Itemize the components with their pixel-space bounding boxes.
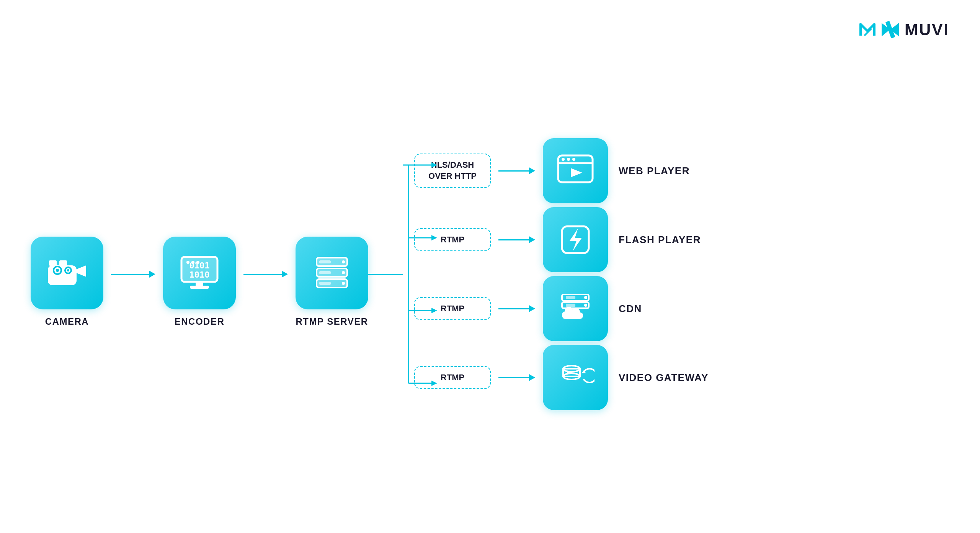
svg-rect-53 [566,296,575,299]
svg-rect-56 [566,304,575,307]
branch-connector [368,129,414,420]
arrow-camera-encoder [111,271,155,278]
encoder-box: 0101 1010 [163,237,236,309]
rtmp-server-node: RTMP SERVER [296,237,368,327]
camera-icon [46,256,88,290]
svg-rect-11 [59,260,67,266]
svg-rect-18 [190,286,209,289]
svg-point-20 [191,261,194,264]
web-player-box [543,138,608,203]
main-arrow-line [368,274,403,275]
svg-rect-10 [49,260,57,266]
encoder-node: 0101 1010 ENCODER [163,237,236,327]
branches-container: HLS/DASHOVER HTTP [414,136,709,412]
svg-marker-51 [570,228,582,251]
branch-row-2: RTMP FLASH PLAYER [414,205,709,274]
camera-node: CAMERA [31,237,103,327]
arrow-3 [498,305,535,312]
camera-box [31,237,103,309]
svg-point-6 [56,269,59,272]
arrow-encoder-rtmp [243,271,288,278]
branch-svg [403,129,414,420]
svg-marker-12 [77,265,86,277]
branch-row-4: RTMP VIDEO GATEWAY [414,343,709,412]
svg-point-19 [186,261,189,264]
encoder-label: ENCODER [175,316,225,327]
svg-point-46 [562,158,565,161]
flash-player-icon [558,222,593,257]
svg-text:1010: 1010 [189,270,210,280]
svg-point-54 [584,296,587,299]
logo: MUVI [857,19,949,40]
svg-marker-49 [571,168,582,177]
flash-player-label: FLASH PLAYER [619,234,701,246]
svg-rect-3 [48,265,77,285]
protocol-label-1: HLS/DASHOVER HTTP [428,160,477,181]
web-player-icon [556,154,595,188]
video-gateway-box [543,345,608,410]
flash-player-box [543,207,608,272]
rtmp-server-box [296,237,368,309]
arrow-2 [498,236,535,243]
arrow-4 [498,374,535,381]
rtmp-server-label: RTMP SERVER [296,316,368,327]
svg-rect-29 [319,271,331,274]
muvi-logo-icon [857,20,876,39]
svg-point-28 [342,271,345,274]
svg-point-57 [584,304,587,307]
svg-point-21 [196,261,199,264]
svg-point-47 [567,158,570,161]
video-gateway-icon [556,360,595,395]
rtmp-server-icon [311,254,353,292]
protocol-box-2: RTMP [414,228,491,252]
svg-point-48 [572,158,575,161]
svg-point-24 [342,260,345,263]
protocol-box-3: RTMP [414,297,491,320]
video-gateway-label: VIDEO GATEWAY [619,372,709,384]
svg-rect-25 [319,260,331,263]
cdn-label: CDN [619,303,642,315]
protocol-label-3: RTMP [441,304,464,313]
svg-point-9 [67,269,69,271]
svg-rect-17 [196,282,203,286]
protocol-box-1: HLS/DASHOVER HTTP [414,154,491,188]
cdn-box [543,276,608,341]
branch-row-3: RTMP CDN [414,274,709,343]
branch-row-1: HLS/DASHOVER HTTP [414,136,709,205]
diagram: CAMERA 0101 1010 ENCODER [31,69,949,495]
camera-label: CAMERA [45,316,89,327]
protocol-box-4: RTMP [414,366,491,389]
protocol-label-4: RTMP [441,373,464,382]
muvi-logo-svg [880,19,901,40]
svg-point-32 [342,282,345,285]
logo-text: MUVI [905,21,949,39]
protocol-label-2: RTMP [441,235,464,244]
arrow-1 [498,167,535,174]
svg-rect-33 [319,282,331,285]
svg-marker-62 [567,370,572,375]
web-player-label: WEB PLAYER [619,165,690,177]
cdn-icon [556,291,595,326]
encoder-icon: 0101 1010 [178,254,220,292]
